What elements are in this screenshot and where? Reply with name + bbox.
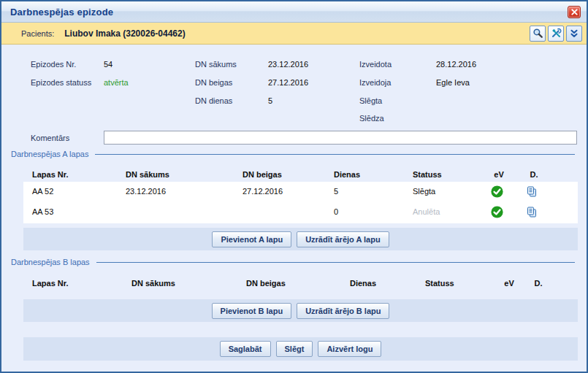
table-row[interactable]: AA 52 23.12.2016 27.12.2016 5 Slēgta [23,182,578,202]
ev-check-icon [491,185,507,198]
cell-dienas: 5 [334,187,338,196]
dialog-body: Epizodes Nr. 54 Epizodes statuss atvērta… [1,45,587,372]
col-header: DN beigas [246,279,286,288]
show-external-b-sheet-button[interactable]: Uzrādīt ārējo B lapu [297,303,389,319]
document-icon[interactable] [526,206,542,218]
add-a-sheet-button[interactable]: Pievienot A lapu [212,231,291,247]
col-header: DN beigas [243,170,282,179]
cell-lapas-nr: AA 53 [32,207,53,216]
field-value: 27.12.2016 [268,78,308,87]
field-value: 5 [268,96,272,105]
document-icon[interactable] [526,185,542,198]
table-row[interactable]: AA 53 0 Anulēta [23,202,578,223]
col-header: Dienas [334,170,360,179]
save-button[interactable]: Saglabāt [220,341,271,357]
cell-lapas-nr: AA 52 [32,187,53,196]
cell-statuss: Anulēta [413,207,440,216]
col-header: DN sākums [131,279,175,288]
section-b-title: Darbnespējas B lapas [11,258,90,266]
close-episode-button[interactable]: Slēgt [276,341,313,357]
field-label: DN dienas [195,96,232,105]
col-header: Dienas [350,279,376,288]
collapse-icon[interactable] [566,26,582,42]
section-a-header: Darbnespējas A lapas [11,150,575,158]
field-label: DN sākums [195,60,237,69]
section-divider [95,154,575,155]
section-b-header: Darbnespējas B lapas [11,258,575,266]
show-external-a-sheet-button[interactable]: Uzrādīt ārējo A lapu [297,231,389,247]
table-b-toolbar: Pievienot B lapu Uzrādīt ārējo B lapu [23,299,578,322]
cell-statuss: Slēgta [413,187,435,196]
comment-input[interactable] [104,131,577,145]
patient-bar: Pacients: Liubov Imaka (320026-04462) [1,23,587,45]
incapacity-episode-dialog: Darbnespējas epizode Pacients: Liubov Im… [0,0,588,373]
titlebar: Darbnespējas epizode [1,1,587,23]
cell-dn-beigas: 27.12.2016 [243,187,283,196]
tools-icon[interactable] [548,26,564,42]
col-header: Lapas Nr. [32,170,69,179]
field-label: Izveidoja [359,78,391,87]
section-divider [96,262,575,263]
window-title: Darbnespējas epizode [10,7,113,18]
cell-dienas: 0 [334,207,338,216]
table-a-toolbar: Pievienot A lapu Uzrādīt ārējo A lapu [23,228,578,250]
footer-toolbar: Saglabāt Slēgt Aizvērt logu [23,337,578,361]
col-header: eV [491,170,507,179]
col-header: Lapas Nr. [32,279,69,288]
col-header: Statuss [425,279,454,288]
col-header: DN sākums [126,170,169,179]
field-value: 28.12.2016 [436,60,476,69]
field-label: Epizodes statuss [31,78,91,87]
col-header: D. [530,279,546,288]
field-value: 23.12.2016 [268,60,308,69]
cell-dn-sakums: 23.12.2016 [126,187,166,196]
field-label: Slēdza [359,114,384,123]
comment-label: Komentārs [31,134,69,142]
section-a-title: Darbnespējas A lapas [11,150,88,158]
search-icon[interactable] [530,26,546,42]
field-label: Slēgta [359,96,382,105]
ev-check-icon [491,206,507,218]
add-b-sheet-button[interactable]: Pievienot B lapu [212,303,292,319]
field-label: Izveidota [359,60,392,69]
close-window-button[interactable]: Aizvērt logu [318,341,381,357]
status-badge: atvērta [104,78,129,87]
close-icon[interactable] [568,6,581,18]
field-value: 54 [104,60,112,69]
field-label: DN beigas [195,78,232,87]
table-a-body: AA 52 23.12.2016 27.12.2016 5 Slēgta AA … [23,182,578,223]
col-header: eV [501,279,517,288]
field-label: Epizodes Nr. [31,60,76,69]
patient-label: Pacients: [21,29,54,38]
col-header: D. [526,170,542,179]
patient-name: Liubov Imaka (320026-04462) [64,28,185,39]
field-value: Egle Ieva [436,78,470,87]
col-header: Statuss [413,170,442,179]
patient-bar-actions [530,26,582,42]
